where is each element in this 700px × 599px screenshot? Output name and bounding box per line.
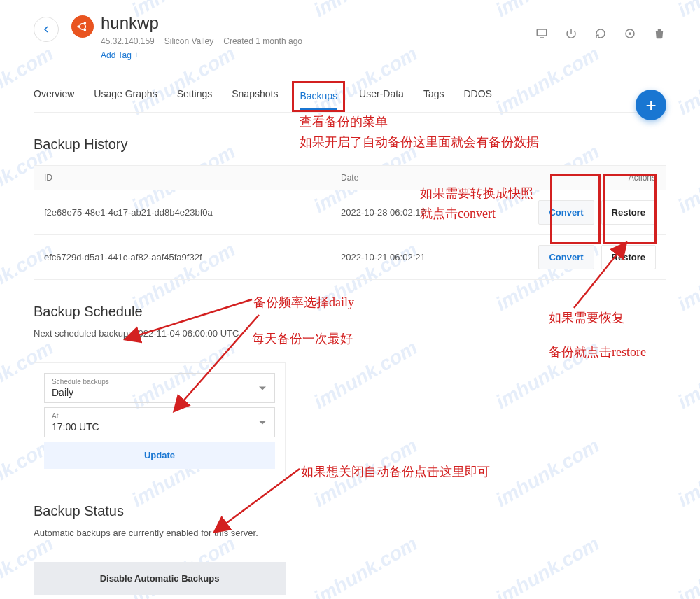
schedule-card: Schedule backups Daily At 17:00 UTC Upda… bbox=[34, 362, 286, 479]
tab-usage-graphs[interactable]: Usage Graphs bbox=[94, 81, 157, 112]
disable-automatic-backups-button[interactable]: Disable Automatic Backups bbox=[34, 562, 286, 595]
backup-id: efc6729d-d5a1-441c-af82-aaf45fa9f32f bbox=[44, 252, 341, 262]
add-fab-button[interactable]: + bbox=[636, 90, 666, 120]
ubuntu-logo-icon bbox=[71, 15, 94, 38]
convert-button[interactable]: Convert bbox=[538, 245, 594, 269]
tab-snapshots[interactable]: Snapshots bbox=[232, 81, 278, 112]
schedule-time-select[interactable]: At 17:00 UTC bbox=[44, 407, 275, 437]
backup-status-title: Backup Status bbox=[34, 503, 666, 519]
restore-button[interactable]: Restore bbox=[601, 245, 656, 269]
power-icon[interactable] bbox=[564, 27, 578, 41]
schedule-frequency-select[interactable]: Schedule backups Daily bbox=[44, 373, 275, 403]
backup-schedule-title: Backup Schedule bbox=[34, 304, 666, 320]
server-name: hunkwp bbox=[101, 14, 302, 32]
convert-button[interactable]: Convert bbox=[538, 200, 594, 225]
trash-icon[interactable] bbox=[652, 27, 666, 41]
tab-backups[interactable]: Backups bbox=[300, 83, 337, 110]
server-created: Created 1 month ago bbox=[223, 36, 302, 46]
add-tag-link[interactable]: Add Tag + bbox=[101, 50, 302, 60]
tab-user-data[interactable]: User-Data bbox=[359, 81, 404, 112]
server-ip: 45.32.140.159 bbox=[101, 36, 155, 46]
backup-id: f2e68e75-48e1-4c17-ab21-dd8b4e23bf0a bbox=[44, 207, 341, 218]
console-icon[interactable] bbox=[535, 27, 549, 41]
backup-status-text: Automatic backups are currently enabled … bbox=[34, 528, 666, 538]
tab-tags[interactable]: Tags bbox=[424, 81, 444, 112]
server-location: Silicon Valley bbox=[164, 36, 214, 46]
reinstall-icon[interactable] bbox=[623, 27, 637, 41]
schedule-time-label: At bbox=[52, 412, 267, 420]
col-date-header: Date bbox=[341, 173, 516, 183]
tab-overview[interactable]: Overview bbox=[34, 81, 74, 112]
table-row: efc6729d-d5a1-441c-af82-aaf45fa9f32f 202… bbox=[34, 235, 666, 279]
schedule-time-value: 17:00 UTC bbox=[52, 421, 267, 432]
table-row: f2e68e75-48e1-4c17-ab21-dd8b4e23bf0a 202… bbox=[34, 190, 666, 235]
restore-button[interactable]: Restore bbox=[601, 200, 656, 225]
svg-point-7 bbox=[629, 32, 631, 35]
restart-icon[interactable] bbox=[594, 27, 608, 41]
update-button[interactable]: Update bbox=[44, 442, 275, 469]
schedule-frequency-value: Daily bbox=[52, 387, 267, 398]
col-actions-header: Actions bbox=[516, 173, 656, 183]
schedule-frequency-label: Schedule backups bbox=[52, 378, 267, 386]
backup-history-title: Backup History bbox=[34, 136, 666, 153]
tabs-nav: Overview Usage Graphs Settings Snapshots… bbox=[34, 81, 666, 113]
next-scheduled-text: Next scheduled backup: 2022-11-04 06:00:… bbox=[34, 328, 666, 339]
tab-ddos[interactable]: DDOS bbox=[463, 81, 491, 112]
backup-history-table: ID Date Actions f2e68e75-48e1-4c17-ab21-… bbox=[34, 165, 666, 280]
svg-rect-5 bbox=[537, 29, 547, 36]
tab-settings[interactable]: Settings bbox=[177, 81, 213, 112]
backup-date: 2022-10-21 06:02:21 bbox=[341, 252, 516, 262]
col-id-header: ID bbox=[44, 173, 341, 183]
backup-date: 2022-10-28 06:02:17 bbox=[341, 207, 516, 218]
back-button[interactable] bbox=[34, 17, 59, 42]
